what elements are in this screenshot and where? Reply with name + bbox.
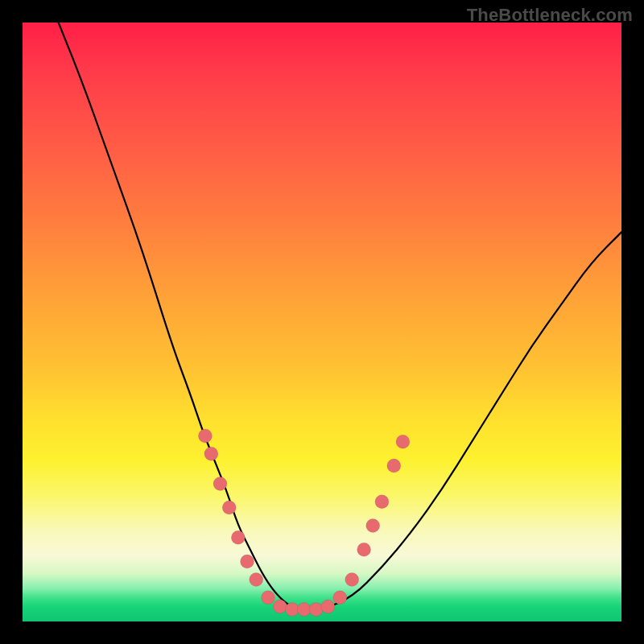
curve-marker bbox=[241, 555, 254, 568]
curve-marker bbox=[387, 459, 401, 473]
curve-marker bbox=[297, 603, 311, 617]
curve-marker bbox=[273, 600, 287, 613]
plot-area bbox=[23, 23, 621, 621]
curve-marker bbox=[231, 530, 245, 544]
curve-svg bbox=[23, 23, 621, 621]
curve-marker bbox=[333, 591, 347, 605]
curve-marker bbox=[375, 495, 389, 509]
curve-marker bbox=[366, 519, 380, 533]
curve-marker bbox=[396, 435, 410, 448]
bottleneck-curve bbox=[59, 23, 621, 609]
curve-marker bbox=[357, 543, 371, 556]
curve-marker bbox=[262, 591, 275, 605]
curve-marker bbox=[250, 572, 263, 586]
curve-marker bbox=[213, 477, 227, 490]
curve-marker bbox=[198, 429, 212, 443]
curve-marker bbox=[309, 603, 323, 617]
curve-marker bbox=[204, 447, 218, 460]
curve-markers bbox=[198, 429, 410, 617]
curve-marker bbox=[321, 600, 335, 613]
curve-marker bbox=[345, 572, 359, 586]
curve-marker bbox=[285, 603, 299, 617]
curve-marker bbox=[222, 501, 236, 514]
chart-frame: TheBottleneck.com bbox=[0, 0, 644, 644]
